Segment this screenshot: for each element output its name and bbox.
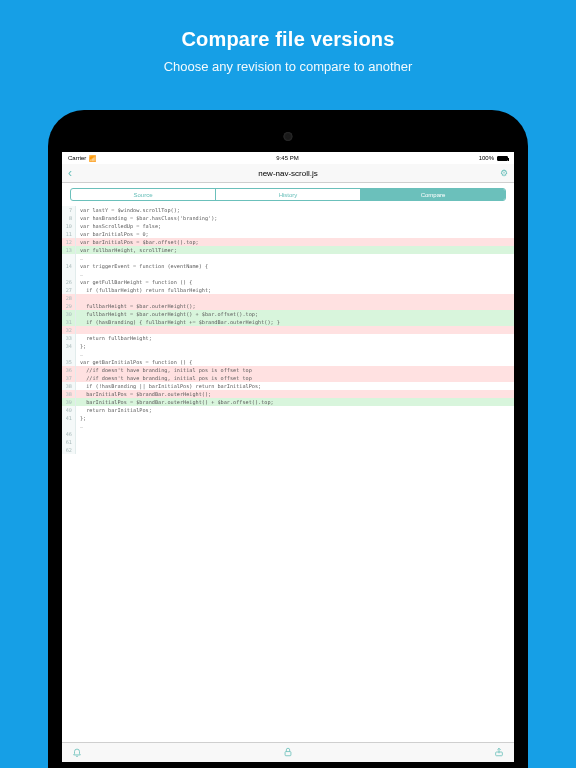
line-number: 37: [62, 374, 76, 382]
line-text: if (fullbarHeight) return fullbarHeight;: [76, 286, 514, 294]
diff-line: …: [62, 350, 514, 358]
line-text: var getBarInitialPos = function () {: [76, 358, 514, 366]
line-text: };: [76, 342, 514, 350]
line-number: 36: [62, 366, 76, 374]
diff-line: 27 if (fullbarHeight) return fullbarHeig…: [62, 286, 514, 294]
diff-line: 28: [62, 294, 514, 302]
line-number: 27: [62, 286, 76, 294]
diff-line: …: [62, 254, 514, 262]
navigation-bar: ‹ new-nav-scroll.js ⚙: [62, 164, 514, 183]
line-number: 38: [62, 390, 76, 398]
carrier-label: Carrier: [68, 155, 86, 161]
diff-line: 14var triggerEvent = function (eventName…: [62, 262, 514, 270]
line-text: return fullbarHeight;: [76, 334, 514, 342]
line-number: 34: [62, 342, 76, 350]
bottom-toolbar: [62, 742, 514, 762]
line-text: …: [76, 422, 514, 430]
diff-line: …: [62, 422, 514, 430]
diff-line: 61: [62, 438, 514, 446]
line-text: fullbarHeight = $bar.outerHeight();: [76, 302, 514, 310]
line-number: 62: [62, 446, 76, 454]
line-text: [76, 326, 514, 334]
svg-rect-0: [285, 751, 291, 755]
line-text: var lastY = $window.scrollTop();: [76, 206, 514, 214]
line-number: 41: [62, 414, 76, 422]
line-text: …: [76, 254, 514, 262]
diff-line: 31 if (hasBranding) { fullbarHeight += $…: [62, 318, 514, 326]
settings-button[interactable]: ⚙: [500, 168, 508, 178]
tab-compare[interactable]: Compare: [361, 189, 505, 200]
back-button[interactable]: ‹: [68, 167, 72, 179]
diff-line: 38 if (!hasBranding || barInitialPos) re…: [62, 382, 514, 390]
line-text: var fullbarHeight, scrollTimer;: [76, 246, 514, 254]
battery-icon: [497, 156, 508, 161]
line-number: 61: [62, 438, 76, 446]
diff-line: 30 fullbarHeight = $bar.outerHeight() + …: [62, 310, 514, 318]
diff-line: 36 //if doesn't have branding, initial p…: [62, 366, 514, 374]
share-button[interactable]: [494, 747, 504, 759]
line-number: 31: [62, 318, 76, 326]
promo-subtitle: Choose any revision to compare to anothe…: [0, 59, 576, 74]
diff-line: 41};: [62, 414, 514, 422]
diff-line: 8var hasBranding = $bar.hasClass('brandi…: [62, 214, 514, 222]
line-number: 29: [62, 302, 76, 310]
diff-view[interactable]: 7var lastY = $window.scrollTop();8var ha…: [62, 206, 514, 454]
clock: 9:45 PM: [276, 155, 298, 161]
line-number: 35: [62, 358, 76, 366]
diff-line: 7var lastY = $window.scrollTop();: [62, 206, 514, 214]
line-text: var hasScrolledUp = false;: [76, 222, 514, 230]
diff-line: 12var barInitialPos = $bar.offset().top;: [62, 238, 514, 246]
line-text: var barInitialPos = $bar.offset().top;: [76, 238, 514, 246]
line-text: …: [76, 270, 514, 278]
line-text: var barInitialPos = 0;: [76, 230, 514, 238]
line-text: [76, 438, 514, 446]
line-text: [76, 294, 514, 302]
diff-line: …: [62, 270, 514, 278]
line-text: barInitialPos = $brandBar.outerHeight() …: [76, 398, 514, 406]
lock-icon: [283, 747, 293, 759]
diff-line: 40 return barInitialPos;: [62, 406, 514, 414]
line-number: 10: [62, 222, 76, 230]
diff-line: 32: [62, 326, 514, 334]
tab-source[interactable]: Source: [71, 189, 216, 200]
battery-percent: 100%: [479, 155, 494, 161]
line-number: 33: [62, 334, 76, 342]
diff-line: 37 //if doesn't have branding, initial p…: [62, 374, 514, 382]
tab-history[interactable]: History: [216, 189, 361, 200]
line-number: 11: [62, 230, 76, 238]
line-text: var triggerEvent = function (eventName) …: [76, 262, 514, 270]
line-number: 32: [62, 326, 76, 334]
line-number: 30: [62, 310, 76, 318]
promo-title: Compare file versions: [0, 28, 576, 51]
line-number: 12: [62, 238, 76, 246]
line-number: 38: [62, 382, 76, 390]
line-number: 8: [62, 214, 76, 222]
line-text: var hasBranding = $bar.hasClass('brandin…: [76, 214, 514, 222]
diff-line: 62: [62, 446, 514, 454]
page-title: new-nav-scroll.js: [258, 169, 318, 178]
line-text: };: [76, 414, 514, 422]
line-number: 39: [62, 398, 76, 406]
notifications-button[interactable]: [72, 747, 82, 759]
line-number: [62, 350, 76, 358]
line-number: 14: [62, 262, 76, 270]
diff-line: 11var barInitialPos = 0;: [62, 230, 514, 238]
diff-line: 35var getBarInitialPos = function () {: [62, 358, 514, 366]
line-text: barInitialPos = $brandBar.outerHeight();: [76, 390, 514, 398]
line-number: [62, 422, 76, 430]
diff-line: 46: [62, 430, 514, 438]
line-text: return barInitialPos;: [76, 406, 514, 414]
line-text: fullbarHeight = $bar.outerHeight() + $ba…: [76, 310, 514, 318]
diff-line: 29 fullbarHeight = $bar.outerHeight();: [62, 302, 514, 310]
line-text: if (!hasBranding || barInitialPos) retur…: [76, 382, 514, 390]
diff-line: 34};: [62, 342, 514, 350]
line-number: 40: [62, 406, 76, 414]
camera-dot: [284, 132, 293, 141]
line-number: 26: [62, 278, 76, 286]
line-text: if (hasBranding) { fullbarHeight += $bra…: [76, 318, 514, 326]
line-text: …: [76, 350, 514, 358]
line-number: 28: [62, 294, 76, 302]
status-bar: Carrier 📶 9:45 PM 100%: [62, 152, 514, 164]
line-text: //if doesn't have branding, initial pos …: [76, 366, 514, 374]
diff-line: 10var hasScrolledUp = false;: [62, 222, 514, 230]
